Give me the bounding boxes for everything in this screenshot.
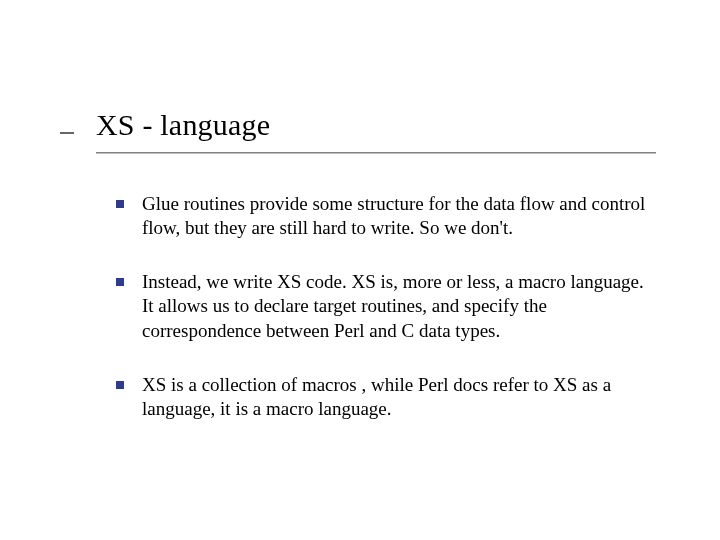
title-container: XS - language bbox=[96, 108, 656, 142]
slide-title: XS - language bbox=[96, 108, 656, 142]
slide: XS - language Glue routines provide some… bbox=[0, 0, 720, 540]
square-bullet-icon bbox=[116, 278, 124, 286]
square-bullet-icon bbox=[116, 381, 124, 389]
list-item: Glue routines provide some structure for… bbox=[116, 192, 656, 240]
bullet-text: Instead, we write XS code. XS is, more o… bbox=[142, 270, 656, 342]
bullet-text: Glue routines provide some structure for… bbox=[142, 192, 656, 240]
list-item: Instead, we write XS code. XS is, more o… bbox=[116, 270, 656, 342]
list-item: XS is a collection of macros , while Per… bbox=[116, 373, 656, 421]
decorative-tick bbox=[60, 132, 74, 134]
title-underline bbox=[96, 152, 656, 154]
bullet-text: XS is a collection of macros , while Per… bbox=[142, 373, 656, 421]
square-bullet-icon bbox=[116, 200, 124, 208]
slide-body: Glue routines provide some structure for… bbox=[116, 192, 656, 451]
